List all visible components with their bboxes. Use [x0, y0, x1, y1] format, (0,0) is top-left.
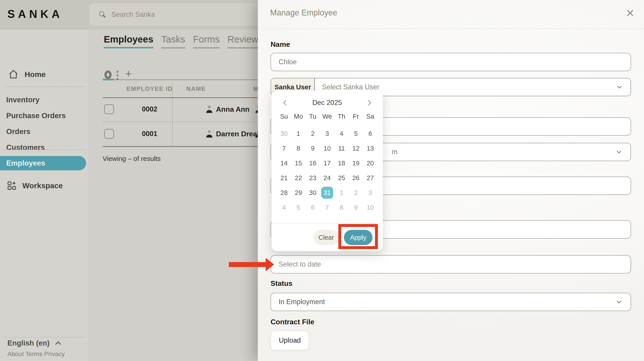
- calendar-day[interactable]: 8: [336, 201, 348, 213]
- calendar-day[interactable]: 30: [278, 128, 290, 140]
- person-icon: [204, 104, 214, 114]
- calendar-day[interactable]: 12: [350, 142, 362, 154]
- search-placeholder: Search Sanka: [111, 11, 155, 19]
- calendar-day[interactable]: 10: [364, 201, 376, 213]
- calendar-day[interactable]: 6: [307, 201, 319, 213]
- tab-tasks[interactable]: Tasks: [161, 34, 185, 48]
- calendar-day[interactable]: 4: [278, 201, 290, 213]
- upload-button-label: Upload: [279, 336, 301, 344]
- sidebar-item-customers[interactable]: Customers: [0, 140, 86, 155]
- search-icon: [98, 10, 107, 19]
- calendar-day[interactable]: 4: [336, 128, 348, 140]
- calendar-day[interactable]: 5: [292, 201, 304, 213]
- row-checkbox[interactable]: [104, 129, 114, 139]
- employee-id-cell: 0002: [122, 105, 178, 113]
- name-field[interactable]: Chloe: [270, 53, 631, 71]
- tab-employees[interactable]: Employees: [104, 34, 154, 48]
- calendar-day[interactable]: 1: [336, 187, 348, 199]
- hidden-select-value-fragment: m: [392, 148, 398, 156]
- employee-id-cell: 0001: [122, 130, 178, 138]
- sidebar-item-employees[interactable]: Employees: [0, 156, 86, 170]
- calendar-day[interactable]: 23: [307, 172, 319, 184]
- to-date-field[interactable]: Select to date: [270, 255, 631, 273]
- name-cell: Anna Ann: [204, 104, 250, 114]
- calendar-day[interactable]: 22: [292, 172, 304, 184]
- calendar-day[interactable]: 28: [278, 187, 290, 199]
- calendar-day[interactable]: 29: [292, 187, 304, 199]
- calendar-day[interactable]: 5: [350, 128, 362, 140]
- chevron-down-icon: [616, 78, 624, 96]
- drawer-title: Manage Employee: [270, 8, 337, 18]
- calendar-day[interactable]: 26: [350, 172, 362, 184]
- chevron-down-icon: [615, 298, 623, 306]
- tab-forms[interactable]: Forms: [193, 34, 220, 48]
- sidebar-divider: [3, 150, 86, 150]
- table-row[interactable]: 0002Anna Ann: [104, 104, 250, 114]
- language-selector[interactable]: English (en): [8, 339, 62, 347]
- add-view-button[interactable]: +: [125, 67, 132, 80]
- calendar-day[interactable]: 16: [307, 157, 319, 169]
- calendar-day[interactable]: 13: [364, 142, 376, 154]
- calendar-day[interactable]: 27: [364, 172, 376, 184]
- status-select[interactable]: In Employment: [270, 293, 631, 311]
- column-header-employee-id[interactable]: EMPLOYEE ID: [122, 86, 178, 92]
- row-divider: [103, 122, 258, 122]
- calendar-day[interactable]: 17: [321, 157, 333, 169]
- calendar-day[interactable]: 30: [307, 187, 319, 199]
- sidebar: Home InventoryPurchase OrdersOrdersCusto…: [0, 30, 89, 361]
- calendar-day[interactable]: 7: [321, 201, 333, 213]
- calendar-prev-month-icon[interactable]: [280, 98, 289, 107]
- sidebar-item-inventory[interactable]: Inventory: [0, 93, 86, 107]
- sidebar-item-home[interactable]: Home: [8, 69, 46, 80]
- table-row[interactable]: 0001Darren Dreamer: [104, 129, 270, 139]
- calendar-day[interactable]: 3: [321, 128, 333, 140]
- calendar-day[interactable]: 2: [350, 187, 362, 199]
- calendar-next-month-icon[interactable]: [365, 98, 374, 107]
- calendar-day[interactable]: 11: [336, 142, 348, 154]
- calendar-day[interactable]: 15: [292, 157, 304, 169]
- close-icon[interactable]: [625, 8, 635, 18]
- calendar-day[interactable]: 14: [278, 157, 290, 169]
- calendar-weekday: Sa: [366, 113, 374, 120]
- calendar-day[interactable]: 2: [307, 128, 319, 140]
- calendar-weekday-row: SuMoTuWeThFrSa: [277, 113, 378, 120]
- chevron-down-icon: [615, 148, 623, 156]
- calendar-day[interactable]: 20: [364, 157, 376, 169]
- content-tabs: EmployeesTasksFormsReview: [104, 34, 258, 48]
- calendar-day[interactable]: 9: [307, 142, 319, 154]
- calendar-day[interactable]: 25: [336, 172, 348, 184]
- calendar-day[interactable]: 24: [321, 172, 333, 184]
- legal-links[interactable]: About Terms Privacy: [8, 350, 64, 358]
- calendar-clear-button[interactable]: Clear: [314, 230, 339, 245]
- calendar-day[interactable]: 10: [321, 142, 333, 154]
- calendar-day-grid: 3012345678910111213141516171819202122232…: [277, 126, 378, 215]
- calendar-day[interactable]: 6: [364, 128, 376, 140]
- row-checkbox[interactable]: [104, 104, 114, 114]
- calendar-day[interactable]: 9: [350, 201, 362, 213]
- annotation-arrow-head: [266, 258, 274, 271]
- sidebar-footer-divider: [3, 337, 86, 337]
- sidebar-item-workspace[interactable]: Workspace: [7, 180, 63, 191]
- tab-review[interactable]: Review: [228, 34, 258, 48]
- view-options-menu-icon[interactable]: [116, 71, 118, 80]
- home-icon: [8, 69, 19, 80]
- view-tab-icon[interactable]: [104, 71, 112, 79]
- upload-button[interactable]: Upload: [270, 330, 309, 350]
- calendar-day-selected[interactable]: 31: [321, 187, 333, 199]
- calendar-day[interactable]: 18: [336, 157, 348, 169]
- calendar-day[interactable]: 21: [278, 172, 290, 184]
- calendar-footer-divider: [272, 223, 383, 224]
- sidebar-item-orders[interactable]: Orders: [0, 124, 86, 139]
- name-value: Chloe: [278, 58, 297, 66]
- results-count-text: Viewing – of results: [103, 155, 161, 162]
- column-header-name[interactable]: NAME: [186, 86, 206, 92]
- calendar-day[interactable]: 8: [292, 142, 304, 154]
- calendar-day[interactable]: 19: [350, 157, 362, 169]
- sidebar-item-purchase-orders[interactable]: Purchase Orders: [0, 109, 86, 123]
- calendar-day[interactable]: 7: [278, 142, 290, 154]
- calendar-day[interactable]: 3: [364, 187, 376, 199]
- workspace-icon: [7, 180, 17, 191]
- app-logo: SANKA: [8, 8, 63, 21]
- calendar-day[interactable]: 1: [292, 128, 304, 140]
- person-icon: [204, 129, 214, 139]
